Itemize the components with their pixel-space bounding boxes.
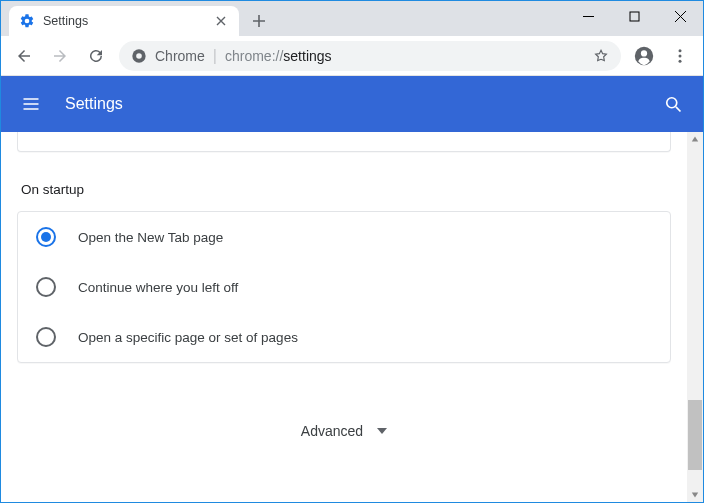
scroll-down-icon[interactable]: [691, 491, 699, 499]
advanced-toggle[interactable]: Advanced: [17, 423, 671, 439]
scrollbar-thumb[interactable]: [688, 400, 702, 470]
radio-icon: [36, 327, 56, 347]
startup-card: Open the New Tab page Continue where you…: [17, 211, 671, 363]
reload-button[interactable]: [79, 39, 113, 73]
forward-button[interactable]: [43, 39, 77, 73]
origin-label: Chrome: [155, 48, 205, 64]
browser-tab[interactable]: Settings: [9, 6, 239, 36]
new-tab-button[interactable]: [245, 7, 273, 35]
maximize-button[interactable]: [611, 1, 657, 31]
toolbar: Chrome | chrome://settings: [1, 36, 703, 76]
svg-point-2: [136, 53, 142, 59]
previous-section-card-tail: [17, 132, 671, 152]
search-icon[interactable]: [661, 92, 685, 116]
url-text: chrome://settings: [225, 48, 585, 64]
svg-point-8: [667, 98, 677, 108]
radio-icon: [36, 227, 56, 247]
scroll-up-icon[interactable]: [691, 135, 699, 143]
startup-option-new-tab[interactable]: Open the New Tab page: [18, 212, 670, 262]
page-title: Settings: [65, 95, 639, 113]
tab-strip: Settings: [1, 1, 565, 36]
section-title-startup: On startup: [21, 182, 671, 197]
overflow-menu-button[interactable]: [663, 39, 697, 73]
back-button[interactable]: [7, 39, 41, 73]
radio-label: Open a specific page or set of pages: [78, 330, 298, 345]
window-titlebar: Settings: [1, 1, 703, 36]
radio-icon: [36, 277, 56, 297]
bookmark-star-icon[interactable]: [593, 48, 609, 64]
radio-label: Open the New Tab page: [78, 230, 223, 245]
svg-point-7: [679, 59, 682, 62]
svg-rect-0: [630, 12, 639, 21]
svg-point-4: [641, 50, 647, 56]
close-icon[interactable]: [213, 13, 229, 29]
startup-option-specific-pages[interactable]: Open a specific page or set of pages: [18, 312, 670, 362]
minimize-button[interactable]: [565, 1, 611, 31]
window-controls: [565, 1, 703, 36]
scrollbar-track[interactable]: [687, 132, 703, 502]
profile-button[interactable]: [627, 39, 661, 73]
advanced-label: Advanced: [301, 423, 363, 439]
chevron-down-icon: [377, 426, 387, 436]
window-close-button[interactable]: [657, 1, 703, 31]
settings-content: On startup Open the New Tab page Continu…: [1, 132, 703, 502]
address-bar[interactable]: Chrome | chrome://settings: [119, 41, 621, 71]
svg-point-6: [679, 54, 682, 57]
chrome-product-icon: [131, 48, 147, 64]
svg-point-5: [679, 49, 682, 52]
tab-title: Settings: [43, 14, 205, 28]
startup-option-continue[interactable]: Continue where you left off: [18, 262, 670, 312]
menu-icon[interactable]: [19, 92, 43, 116]
separator: |: [213, 47, 217, 65]
settings-header: Settings: [1, 76, 703, 132]
radio-label: Continue where you left off: [78, 280, 238, 295]
gear-icon: [19, 13, 35, 29]
